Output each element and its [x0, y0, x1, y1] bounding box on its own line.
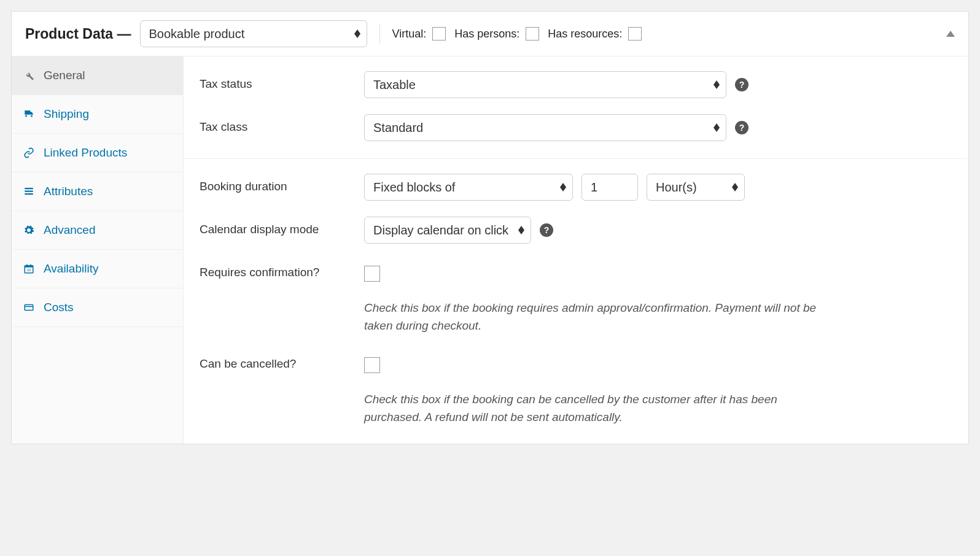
list-icon	[23, 186, 35, 197]
sidebar: General Shipping Linked Products Attribu…	[12, 56, 184, 444]
requires-confirmation-checkbox[interactable]	[364, 266, 380, 282]
gear-icon	[23, 225, 35, 236]
svg-rect-5	[25, 193, 33, 195]
virtual-label: Virtual:	[392, 28, 427, 41]
svg-marker-18	[560, 187, 566, 191]
has-persons-label: Has persons:	[454, 28, 519, 41]
calendar-display-value: Display calendar on click	[373, 223, 508, 237]
panel-header: Product Data — Bookable product Virtual:…	[12, 12, 968, 56]
svg-rect-8	[26, 264, 28, 266]
can-be-cancelled-desc: Check this box if the booking can be can…	[364, 390, 831, 427]
svg-rect-7	[25, 266, 33, 268]
svg-marker-13	[714, 80, 720, 85]
tax-group: Tax status Taxable ? Tax class	[184, 56, 968, 159]
chevron-updown-icon	[732, 183, 738, 191]
calendar-display-select[interactable]: Display calendar on click	[364, 217, 531, 244]
svg-rect-11	[25, 305, 33, 311]
svg-marker-14	[714, 85, 720, 89]
row-calendar-display: Calendar display mode Display calendar o…	[200, 217, 952, 244]
help-icon[interactable]: ?	[735, 78, 749, 91]
tax-status-value: Taxable	[373, 78, 416, 92]
tab-advanced[interactable]: Advanced	[12, 211, 183, 250]
booking-duration-label: Booking duration	[200, 174, 353, 193]
svg-marker-2	[946, 31, 955, 37]
tab-attributes[interactable]: Attributes	[12, 172, 183, 211]
duration-amount-input[interactable]	[581, 174, 638, 201]
help-icon[interactable]: ?	[735, 121, 749, 134]
tax-status-label: Tax status	[200, 71, 353, 91]
help-icon[interactable]: ?	[540, 223, 553, 237]
chevron-up-icon	[946, 31, 955, 37]
duration-unit-select[interactable]: Hour(s)	[647, 174, 745, 201]
chevron-updown-icon	[714, 123, 720, 132]
calendar-display-label: Calendar display mode	[200, 217, 353, 236]
can-be-cancelled-label: Can be cancelled?	[200, 351, 353, 371]
svg-marker-17	[560, 183, 566, 187]
panel-body: General Shipping Linked Products Attribu…	[12, 56, 968, 444]
svg-marker-15	[714, 123, 720, 128]
truck-icon	[23, 109, 35, 120]
svg-rect-4	[25, 191, 33, 192]
chevron-updown-icon	[518, 226, 524, 234]
tab-label: Costs	[44, 301, 74, 314]
svg-marker-1	[354, 34, 360, 38]
wrench-icon	[23, 70, 35, 81]
svg-marker-16	[714, 128, 720, 132]
requires-confirmation-label: Requires confirmation?	[200, 260, 353, 279]
svg-marker-0	[354, 29, 360, 34]
panel-title: Product Data —	[25, 26, 131, 42]
tab-label: Advanced	[44, 223, 96, 237]
svg-rect-9	[30, 264, 31, 266]
tax-class-value: Standard	[373, 121, 423, 135]
card-icon	[23, 302, 35, 313]
collapse-toggle[interactable]	[946, 31, 955, 37]
content-area: Tax status Taxable ? Tax class	[184, 56, 968, 444]
svg-marker-19	[732, 183, 738, 187]
svg-marker-20	[732, 187, 738, 191]
booking-group: Booking duration Fixed blocks of Hour(s)	[184, 159, 968, 444]
tax-status-select[interactable]: Taxable	[364, 71, 726, 98]
row-can-be-cancelled: Can be cancelled? Check this box if the …	[200, 351, 952, 427]
tab-label: Linked Products	[44, 146, 127, 160]
svg-marker-21	[518, 226, 524, 230]
svg-rect-3	[25, 188, 33, 189]
row-tax-class: Tax class Standard ?	[200, 114, 952, 141]
tab-shipping[interactable]: Shipping	[12, 95, 183, 134]
requires-confirmation-desc: Check this box if the booking requires a…	[364, 299, 831, 335]
separator	[379, 24, 380, 44]
tab-label: General	[44, 69, 85, 82]
duration-unit-value: Hour(s)	[656, 180, 697, 195]
link-icon	[23, 147, 35, 158]
row-tax-status: Tax status Taxable ?	[200, 71, 952, 98]
tab-general[interactable]: General	[12, 56, 183, 95]
chevron-updown-icon	[354, 29, 360, 38]
can-be-cancelled-checkbox[interactable]	[364, 357, 380, 373]
has-resources-toggle[interactable]: Has resources:	[548, 27, 642, 41]
tab-linked-products[interactable]: Linked Products	[12, 134, 183, 172]
tax-class-label: Tax class	[200, 114, 353, 134]
product-type-select[interactable]: Bookable product	[140, 20, 367, 47]
virtual-toggle[interactable]: Virtual:	[392, 27, 446, 41]
row-requires-confirmation: Requires confirmation? Check this box if…	[200, 260, 952, 335]
has-resources-label: Has resources:	[548, 28, 622, 41]
tab-label: Attributes	[44, 185, 93, 198]
svg-marker-22	[518, 230, 524, 234]
row-booking-duration: Booking duration Fixed blocks of Hour(s)	[200, 174, 952, 201]
tab-costs[interactable]: Costs	[12, 288, 183, 327]
product-data-panel: Product Data — Bookable product Virtual:…	[11, 11, 969, 444]
chevron-updown-icon	[560, 183, 566, 191]
calendar-icon: 10	[23, 263, 35, 274]
duration-type-select[interactable]: Fixed blocks of	[364, 174, 573, 201]
tax-class-select[interactable]: Standard	[364, 114, 726, 141]
duration-type-value: Fixed blocks of	[373, 180, 455, 195]
virtual-checkbox[interactable]	[432, 27, 446, 41]
has-persons-checkbox[interactable]	[526, 27, 539, 41]
tab-availability[interactable]: 10 Availability	[12, 250, 183, 288]
has-resources-checkbox[interactable]	[628, 27, 642, 41]
tab-label: Shipping	[44, 107, 89, 121]
product-type-value: Bookable product	[149, 27, 245, 41]
has-persons-toggle[interactable]: Has persons:	[454, 27, 539, 41]
chevron-updown-icon	[714, 80, 720, 89]
tab-label: Availability	[44, 262, 98, 276]
svg-text:10: 10	[27, 268, 31, 272]
